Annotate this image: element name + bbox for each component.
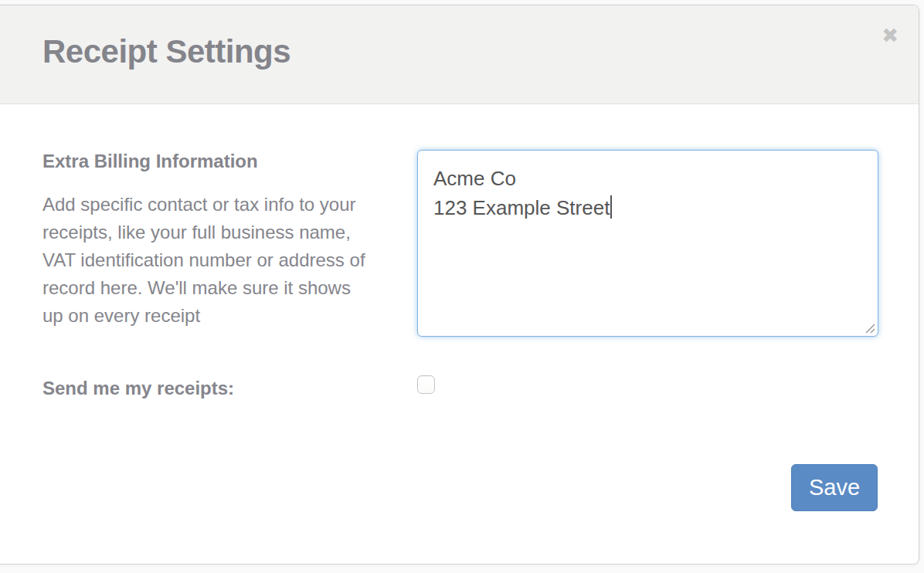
extra-billing-information-label: Extra Billing Information xyxy=(42,151,258,172)
send-me-my-receipts-label: Send me my receipts: xyxy=(42,378,234,399)
text-cursor xyxy=(610,195,612,219)
page-title: Receipt Settings xyxy=(42,33,290,70)
send-receipts-checkbox[interactable] xyxy=(417,375,435,394)
resize-handle-icon[interactable] xyxy=(864,322,875,334)
modal-body: Extra Billing Information Add specific c… xyxy=(0,104,919,564)
extra-billing-information-description: Add specific contact or tax info to your… xyxy=(42,191,373,330)
extra-billing-information-textarea[interactable]: Acme Co 123 Example Street xyxy=(417,150,878,337)
textarea-line: 123 Example Street xyxy=(433,193,862,222)
save-button[interactable]: Save xyxy=(791,464,878,511)
receipt-settings-modal: Receipt Settings ✖ Extra Billing Informa… xyxy=(0,5,919,565)
modal-header: Receipt Settings ✖ xyxy=(0,5,919,104)
textarea-line: Acme Co xyxy=(433,164,862,193)
close-icon[interactable]: ✖ xyxy=(882,25,899,46)
